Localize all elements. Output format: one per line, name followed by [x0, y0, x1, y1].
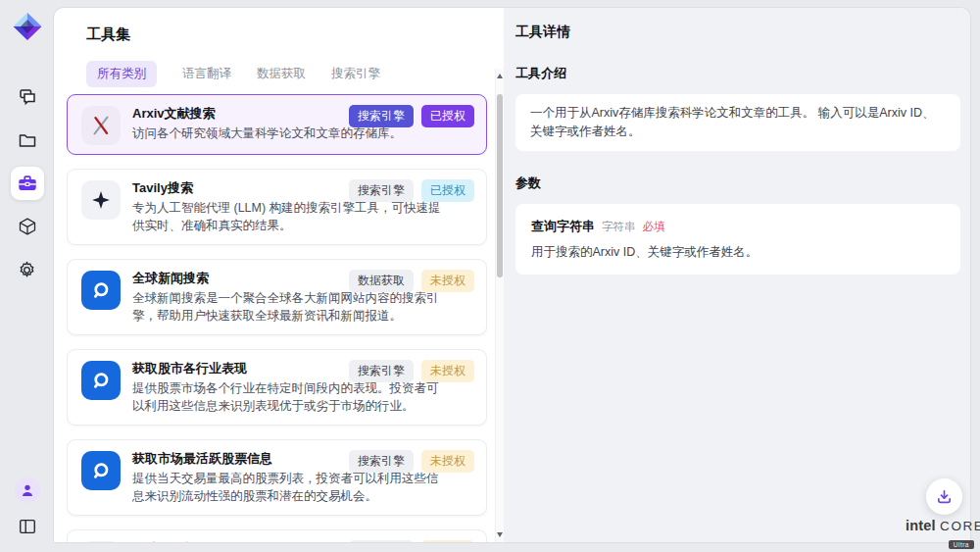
parameter-name: 查询字符串	[531, 218, 595, 235]
parameter-required-flag: 必填	[643, 220, 665, 234]
category-badge: 搜索引擎	[349, 105, 414, 127]
intel-wordmark: intel	[906, 518, 936, 533]
tab-search-engine[interactable]: 搜索引擎	[331, 66, 380, 82]
auth-status-badge: 已授权	[421, 179, 474, 202]
main-window: 工具集 所有类别 语言翻译 数据获取 搜索引擎 Arxiv文献搜索 访问各个研究…	[54, 8, 970, 542]
sidebar-item-tools[interactable]	[11, 167, 44, 200]
newspaper-icon	[81, 541, 121, 542]
tools-list-panel: 工具集 所有类别 语言翻译 数据获取 搜索引擎 Arxiv文献搜索 访问各个研究…	[54, 8, 495, 542]
auth-status-badge: 已授权	[421, 105, 474, 127]
icon-rail	[0, 0, 54, 552]
tool-card-description: 提供股票市场各个行业在特定时间段内的表现。投资者可以利用这些信息来识别表现优于或…	[132, 379, 448, 417]
tool-card-description: 提供当天交易量最高的股票列表，投资者可以利用这些信息来识别流动性强的股票和潜在的…	[132, 470, 448, 507]
tool-card-description: 专为人工智能代理 (LLM) 构建的搜索引擎工具，可快速提供实时、准确和真实的结…	[132, 199, 448, 236]
intel-core-logo: intel core Ultra	[906, 518, 974, 551]
category-badge: 搜索引擎	[349, 179, 414, 202]
user-avatar[interactable]	[15, 477, 40, 503]
category-badge: 搜索引擎	[349, 360, 414, 382]
intel-ultra-badge: Ultra	[949, 540, 974, 549]
download-icon	[936, 488, 953, 505]
page-title: 工具集	[86, 25, 130, 44]
tool-card-regional-news[interactable]: 万维地区新闻查询 查询具体行政区划内的新闻，快速了解各地新闻动 搜索引擎 未授权	[67, 529, 487, 542]
sidebar-item-settings[interactable]	[11, 253, 44, 286]
params-heading: 参数	[515, 175, 960, 192]
scrollbar-down-arrow[interactable]	[497, 532, 503, 537]
tool-card-list: Arxiv文献搜索 访问各个研究领域大量科学论文和文章的存储库。 搜索引擎 已授…	[67, 94, 487, 542]
arxiv-icon	[81, 106, 121, 145]
news-q-icon	[81, 451, 121, 490]
layout-panel-icon	[18, 517, 37, 536]
parameter-card: 查询字符串 字符串 必填 用于搜索的Arxiv ID、关键字或作者姓名。	[515, 204, 960, 275]
detail-title: 工具详情	[515, 24, 960, 41]
chat-icon	[18, 87, 37, 107]
collapse-sidebar-button[interactable]	[14, 513, 41, 540]
tool-card-active-stocks[interactable]: 获取市场最活跃股票信息 提供当天交易量最高的股票列表，投资者可以利用这些信息来识…	[67, 439, 487, 516]
sidebar-item-files[interactable]	[11, 124, 44, 157]
tool-card-sector-performance[interactable]: 获取股市各行业表现 提供股票市场各个行业在特定时间段内的表现。投资者可以利用这些…	[67, 349, 487, 426]
gear-icon	[17, 260, 37, 280]
tool-card-description: 全球新闻搜索是一个聚合全球各大新闻网站内容的搜索引擎，帮助用户快速获取全球最新资…	[132, 289, 448, 326]
auth-status-badge: 未授权	[421, 270, 474, 292]
scrollbar-up-arrow[interactable]	[497, 74, 503, 78]
category-badge: 数据获取	[349, 270, 414, 292]
core-wordmark: core	[940, 519, 980, 533]
news-q-icon	[81, 271, 121, 310]
scrollbar-thumb[interactable]	[497, 94, 503, 277]
folder-icon	[18, 130, 37, 150]
tool-card-global-news[interactable]: 全球新闻搜索 全球新闻搜索是一个聚合全球各大新闻网站内容的搜索引擎，帮助用户快速…	[67, 259, 487, 335]
download-button[interactable]	[926, 478, 962, 515]
gem-logo-icon	[13, 12, 42, 41]
intro-text-box: 一个用于从Arxiv存储库搜索科学论文和文章的工具。 输入可以是Arxiv ID…	[515, 94, 960, 151]
tab-data-acquisition[interactable]: 数据获取	[257, 66, 306, 82]
toolbox-icon	[17, 173, 38, 194]
intro-heading: 工具介绍	[515, 65, 960, 82]
tab-language-translation[interactable]: 语言翻译	[182, 66, 231, 82]
auth-status-badge: 未授权	[421, 450, 474, 473]
category-badge: 搜索引擎	[349, 450, 414, 473]
auth-status-badge: 未授权	[421, 360, 474, 382]
parameter-description: 用于搜索的Arxiv ID、关键字或作者姓名。	[531, 244, 945, 261]
category-tabs: 所有类别 语言翻译 数据获取 搜索引擎	[86, 61, 380, 87]
tab-all-categories[interactable]: 所有类别	[86, 61, 157, 87]
sparkle-icon	[81, 180, 121, 220]
category-badge: 搜索引擎	[349, 540, 414, 542]
auth-status-badge: 未授权	[421, 540, 474, 542]
tool-card-arxiv[interactable]: Arxiv文献搜索 访问各个研究领域大量科学论文和文章的存储库。 搜索引擎 已授…	[67, 94, 487, 155]
sidebar-item-chat[interactable]	[11, 80, 44, 114]
user-avatar-icon	[20, 482, 35, 498]
list-scrollbar[interactable]	[495, 69, 504, 542]
tool-card-tavily[interactable]: Tavily搜索 专为人工智能代理 (LLM) 构建的搜索引擎工具，可快速提供实…	[67, 169, 487, 245]
tool-detail-panel: 工具详情 工具介绍 一个用于从Arxiv存储库搜索科学论文和文章的工具。 输入可…	[504, 8, 970, 542]
cube-icon	[18, 217, 37, 236]
sidebar-item-models[interactable]	[11, 210, 44, 243]
app-logo	[13, 12, 42, 41]
parameter-type: 字符串	[602, 220, 636, 234]
news-q-icon	[81, 361, 121, 400]
